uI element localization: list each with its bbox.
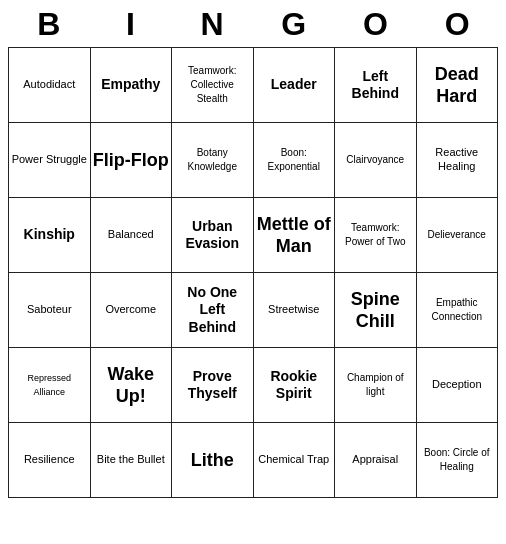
cell-0-4: Left Behind xyxy=(335,48,417,123)
cell-3-5: Empathic Connection xyxy=(416,273,498,348)
title-i: I xyxy=(93,6,168,43)
cell-3-0: Saboteur xyxy=(9,273,91,348)
cell-5-2: Lithe xyxy=(172,423,254,498)
cell-3-4: Spine Chill xyxy=(335,273,417,348)
title-b: B xyxy=(11,6,86,43)
cell-2-4: Teamwork: Power of Two xyxy=(335,198,417,273)
cell-4-5: Deception xyxy=(416,348,498,423)
title-g: G xyxy=(256,6,331,43)
cell-3-2: No One Left Behind xyxy=(172,273,254,348)
bingo-table: AutodidactEmpathyTeamwork: Collective St… xyxy=(8,47,498,498)
title-n: N xyxy=(175,6,250,43)
cell-5-1: Bite the Bullet xyxy=(90,423,172,498)
cell-1-5: Reactive Healing xyxy=(416,123,498,198)
cell-5-4: Appraisal xyxy=(335,423,417,498)
cell-2-2: Urban Evasion xyxy=(172,198,254,273)
cell-1-4: Clairvoyance xyxy=(335,123,417,198)
cell-2-1: Balanced xyxy=(90,198,172,273)
cell-0-2: Teamwork: Collective Stealth xyxy=(172,48,254,123)
title-o2: O xyxy=(420,6,495,43)
cell-2-0: Kinship xyxy=(9,198,91,273)
cell-5-0: Resilience xyxy=(9,423,91,498)
cell-0-3: Leader xyxy=(253,48,335,123)
cell-0-1: Empathy xyxy=(90,48,172,123)
cell-2-5: Delieverance xyxy=(416,198,498,273)
cell-0-0: Autodidact xyxy=(9,48,91,123)
cell-1-1: Flip-Flop xyxy=(90,123,172,198)
title-o1: O xyxy=(338,6,413,43)
cell-1-0: Power Struggle xyxy=(9,123,91,198)
cell-4-2: Prove Thyself xyxy=(172,348,254,423)
cell-1-3: Boon: Exponential xyxy=(253,123,335,198)
cell-3-1: Overcome xyxy=(90,273,172,348)
cell-0-5: Dead Hard xyxy=(416,48,498,123)
cell-4-1: Wake Up! xyxy=(90,348,172,423)
cell-1-2: Botany Knowledge xyxy=(172,123,254,198)
cell-3-3: Streetwise xyxy=(253,273,335,348)
cell-4-0: Repressed Alliance xyxy=(9,348,91,423)
bingo-title: B I N G O O xyxy=(8,0,498,47)
cell-2-3: Mettle of Man xyxy=(253,198,335,273)
cell-5-3: Chemical Trap xyxy=(253,423,335,498)
cell-5-5: Boon: Circle of Healing xyxy=(416,423,498,498)
cell-4-4: Champion of light xyxy=(335,348,417,423)
cell-4-3: Rookie Spirit xyxy=(253,348,335,423)
